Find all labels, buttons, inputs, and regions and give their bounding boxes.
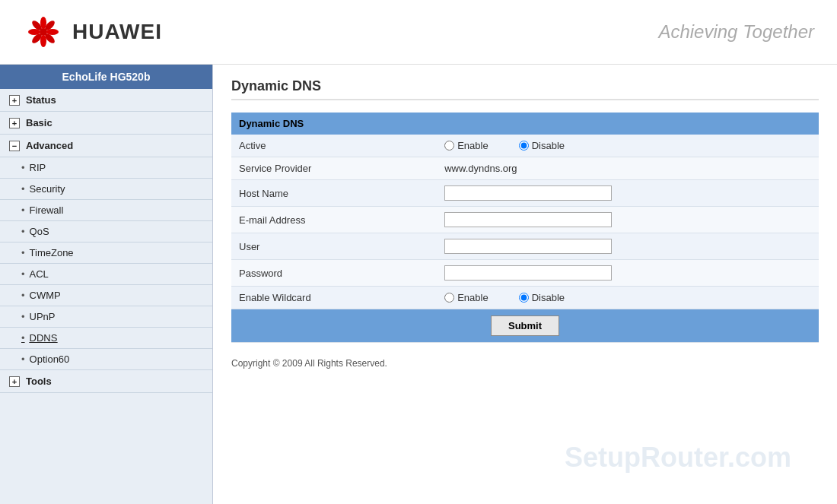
sidebar-item-advanced-label: Advanced: [26, 140, 73, 151]
expand-icon-tools: +: [9, 376, 20, 387]
huawei-logo-icon: [23, 15, 65, 49]
label-active: Active: [231, 135, 437, 157]
sidebar: EchoLife HG520b + Status + Basic − Advan…: [0, 65, 213, 504]
sidebar-item-advanced[interactable]: − Advanced: [0, 135, 212, 157]
watermark: SetupRouter.com: [565, 442, 791, 474]
table-row-user: User: [231, 233, 819, 260]
table-row-password: Password: [231, 260, 819, 287]
bullet-cwmp: •: [21, 290, 25, 301]
sidebar-item-basic[interactable]: + Basic: [0, 112, 212, 135]
copyright: Copyright © 2009 All Rights Reserved.: [231, 358, 819, 369]
radio-wildcard-disable-input[interactable]: [519, 293, 529, 303]
sidebar-item-ddns-label: DDNS: [30, 332, 58, 344]
table-row-submit: Submit: [231, 309, 819, 343]
tagline: Achieving Together: [658, 21, 814, 43]
label-user: User: [231, 233, 437, 260]
submit-cell: Submit: [231, 309, 819, 343]
bullet-firewall: •: [21, 204, 25, 216]
value-user: [437, 233, 819, 260]
bullet-upnp: •: [21, 311, 25, 322]
table-row-email: E-mail Address: [231, 207, 819, 233]
radio-wildcard-disable-label: Disable: [532, 292, 565, 303]
sidebar-item-timezone-label: TimeZone: [30, 247, 74, 258]
label-wildcard: Enable Wildcard: [231, 287, 437, 309]
expand-icon-advanced: −: [9, 141, 20, 151]
label-host-name: Host Name: [231, 180, 437, 207]
value-host-name: [437, 180, 819, 207]
radio-group-wildcard: Enable Disable: [444, 292, 811, 303]
host-name-input[interactable]: [444, 185, 612, 201]
sidebar-item-timezone[interactable]: • TimeZone: [0, 242, 212, 264]
sidebar-item-upnp[interactable]: • UPnP: [0, 306, 212, 328]
radio-group-active: Enable Disable: [444, 140, 811, 151]
table-row-service-provider: Service Provider www.dyndns.org: [231, 157, 819, 180]
radio-wildcard-disable[interactable]: Disable: [519, 292, 565, 303]
bullet-ddns: •: [21, 332, 25, 344]
radio-wildcard-enable[interactable]: Enable: [444, 292, 488, 303]
sidebar-item-acl-label: ACL: [30, 268, 49, 280]
bullet-acl: •: [21, 268, 25, 280]
password-input[interactable]: [444, 265, 612, 281]
table-row-host-name: Host Name: [231, 180, 819, 207]
radio-active-disable[interactable]: Disable: [519, 140, 565, 151]
label-password: Password: [231, 260, 437, 287]
label-email: E-mail Address: [231, 207, 437, 233]
sidebar-item-acl[interactable]: • ACL: [0, 264, 212, 285]
sidebar-item-firewall[interactable]: • Firewall: [0, 200, 212, 221]
sidebar-item-basic-label: Basic: [26, 117, 53, 128]
dynamic-dns-table: Dynamic DNS Active Enable: [231, 113, 819, 343]
sidebar-item-tools-label: Tools: [26, 376, 52, 387]
table-section-header: Dynamic DNS: [231, 113, 819, 135]
sidebar-title: EchoLife HG520b: [0, 65, 212, 89]
bullet-option60: •: [21, 353, 25, 365]
bullet-qos: •: [21, 226, 25, 237]
email-input[interactable]: [444, 212, 612, 227]
radio-active-disable-label: Disable: [532, 140, 565, 151]
sidebar-item-qos[interactable]: • QoS: [0, 221, 212, 242]
expand-icon-basic: +: [9, 118, 20, 128]
radio-active-enable[interactable]: Enable: [444, 140, 488, 151]
submit-button[interactable]: Submit: [491, 315, 559, 336]
value-email: [437, 207, 819, 233]
radio-active-disable-input[interactable]: [519, 141, 529, 151]
sidebar-item-security-label: Security: [30, 183, 65, 195]
bullet-timezone: •: [21, 247, 25, 258]
radio-active-enable-input[interactable]: [444, 141, 454, 151]
sidebar-item-option60-label: Option60: [30, 353, 70, 365]
user-input[interactable]: [444, 239, 612, 254]
value-service-provider: www.dyndns.org: [437, 157, 819, 180]
radio-wildcard-enable-label: Enable: [457, 292, 488, 303]
sidebar-item-tools[interactable]: + Tools: [0, 370, 212, 393]
sidebar-item-cwmp[interactable]: • CWMP: [0, 285, 212, 306]
brand-name: HUAWEI: [72, 20, 162, 44]
sidebar-item-security[interactable]: • Security: [0, 179, 212, 200]
bullet-rip: •: [21, 162, 25, 173]
value-password: [437, 260, 819, 287]
sidebar-item-rip-label: RIP: [30, 162, 46, 173]
label-service-provider: Service Provider: [231, 157, 437, 180]
sidebar-item-qos-label: QoS: [30, 226, 49, 237]
sidebar-item-upnp-label: UPnP: [30, 311, 56, 322]
expand-icon-status: +: [9, 95, 20, 106]
sidebar-item-ddns[interactable]: • DDNS: [0, 328, 212, 349]
radio-wildcard-enable-input[interactable]: [444, 293, 454, 303]
logo-area: HUAWEI: [23, 15, 162, 49]
page-title: Dynamic DNS: [231, 78, 819, 100]
sidebar-item-rip[interactable]: • RIP: [0, 157, 212, 179]
sidebar-item-status-label: Status: [26, 94, 56, 106]
bullet-security: •: [21, 183, 25, 195]
sidebar-item-cwmp-label: CWMP: [30, 290, 61, 301]
sidebar-item-option60[interactable]: • Option60: [0, 349, 212, 370]
value-wildcard: Enable Disable: [437, 287, 819, 309]
table-row-wildcard: Enable Wildcard Enable Disable: [231, 287, 819, 309]
content-area: Dynamic DNS Dynamic DNS Active Enable: [213, 65, 837, 504]
sidebar-item-firewall-label: Firewall: [30, 204, 64, 216]
value-active: Enable Disable: [437, 135, 819, 157]
sidebar-item-status[interactable]: + Status: [0, 89, 212, 112]
radio-active-enable-label: Enable: [457, 140, 488, 151]
header: HUAWEI Achieving Together: [0, 0, 837, 65]
main-layout: EchoLife HG520b + Status + Basic − Advan…: [0, 65, 837, 504]
table-row-active: Active Enable Disable: [231, 135, 819, 157]
